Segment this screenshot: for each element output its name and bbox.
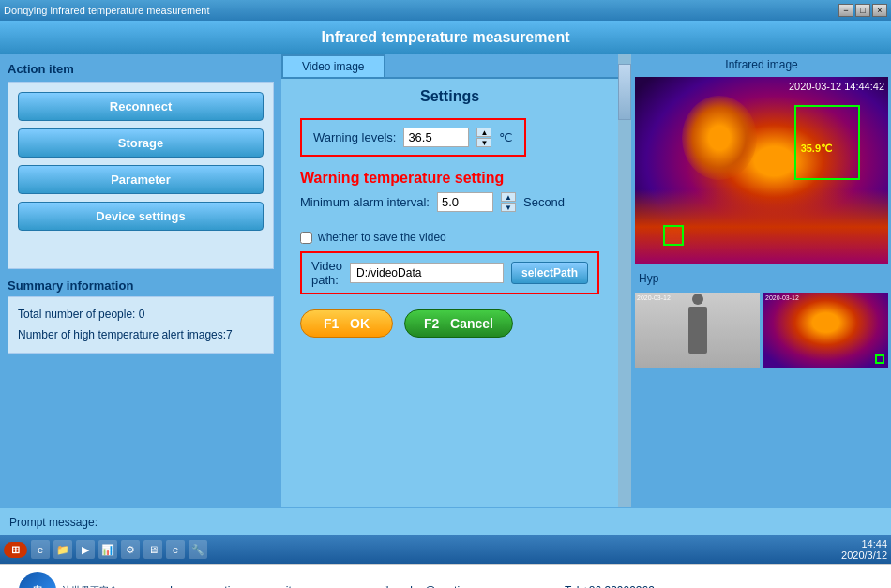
device-settings-button[interactable]: Device settings <box>18 202 264 231</box>
warning-unit: ℃ <box>499 130 513 144</box>
silhouette-head <box>692 294 703 305</box>
prompt-bar: Prompt message: <box>0 507 891 535</box>
summary-box: Total number of people: 0 Number of high… <box>8 296 274 354</box>
save-video-label: whether to save the video <box>318 231 446 244</box>
taskbar-folder-icon[interactable]: 📁 <box>53 540 72 559</box>
select-path-button[interactable]: selectPath <box>511 262 588 284</box>
clock-date: 2020/3/12 <box>841 550 887 561</box>
title-bar-text: Donqying infrared temperature measuremen… <box>4 5 210 16</box>
footer-website: web:www.eastimagesecurity.com <box>156 584 321 589</box>
start-button[interactable]: ⊞ <box>4 542 27 558</box>
alert-images: Number of high temperature alert images:… <box>18 325 264 346</box>
path-input[interactable] <box>350 263 504 283</box>
hyp-label: Hyp <box>635 268 888 289</box>
interval-spinner: ▲ ▼ <box>501 192 516 212</box>
warning-levels-label: Warning levels: <box>313 130 396 144</box>
maximize-button[interactable]: □ <box>855 4 870 17</box>
tab-video-image[interactable]: Video image <box>281 54 385 77</box>
f1-ok-button[interactable]: F1 OK <box>300 309 393 338</box>
thumb-right: 2020-03-12 <box>763 293 888 368</box>
ir-tab-label: Infrared image <box>635 58 888 73</box>
thumb-right-img <box>763 293 888 368</box>
total-people: Total number of people: 0 <box>18 305 264 325</box>
right-panel: Infrared image 2020-03-12 14:44:42 35.9℃ <box>631 54 891 507</box>
thumb-left-img <box>635 293 760 368</box>
ir-head <box>682 96 757 180</box>
taskbar-extra-icon[interactable]: 🔧 <box>189 540 207 559</box>
footer-logo-icon: 安 <box>19 572 56 589</box>
f1-label: F1 <box>324 316 339 331</box>
thumb-left: 2020-03-12 <box>635 293 760 368</box>
thumb-rect <box>875 354 884 364</box>
interval-spinner-down[interactable]: ▼ <box>501 203 516 212</box>
interval-row: Minimum alarm interval: ▲ ▼ Second <box>300 192 599 212</box>
summary-label: Summary information <box>8 279 274 293</box>
settings-title: Settings <box>300 88 599 105</box>
footer-phone: Tel:+86 33909363 <box>565 584 655 589</box>
small-detection-rect <box>663 225 684 246</box>
action-footer-btns: F1 OK F2 Cancel <box>300 309 599 338</box>
center-content: Video image Settings Warning levels: ▲ ▼… <box>281 54 891 507</box>
ok-label: OK <box>350 316 370 331</box>
warning-levels-box: Warning levels: ▲ ▼ ℃ <box>300 118 526 157</box>
warning-spinner: ▲ ▼ <box>476 128 491 147</box>
path-label: Video path: <box>311 259 342 287</box>
video-path-box: Video path: selectPath <box>300 251 599 294</box>
taskbar-ie-icon[interactable]: e <box>31 540 50 559</box>
taskbar-display-icon[interactable]: 🖥 <box>143 540 162 559</box>
warning-levels-input[interactable] <box>403 128 469 147</box>
app-header: Infrared temperature measurement <box>0 21 891 54</box>
close-button[interactable]: × <box>872 4 887 17</box>
interval-spinner-up[interactable]: ▲ <box>501 192 516 202</box>
taskbar-clock: 14:44 2020/3/12 <box>841 538 887 561</box>
title-bar: Donqying infrared temperature measuremen… <box>0 0 891 21</box>
thumb-right-label: 2020-03-12 <box>765 294 799 301</box>
cancel-label: Cancel <box>450 316 493 331</box>
taskbar: ⊞ e 📁 ▶ 📊 ⚙ 🖥 e 🔧 14:44 2020/3/12 <box>0 535 891 564</box>
ir-person-image <box>635 77 888 264</box>
save-video-row: whether to save the video <box>300 231 599 244</box>
interval-input[interactable] <box>437 192 493 212</box>
action-buttons-container: Reconnect Storage Parameter Device setti… <box>8 82 274 269</box>
thumb-left-label: 2020-03-12 <box>637 294 671 301</box>
app-body: Action item Reconnect Storage Parameter … <box>0 54 891 507</box>
parameter-button[interactable]: Parameter <box>18 165 264 194</box>
storage-button[interactable]: Storage <box>18 128 264 158</box>
warning-spinner-up[interactable]: ▲ <box>476 128 491 137</box>
ir-image-container: 2020-03-12 14:44:42 35.9℃ <box>635 77 888 264</box>
taskbar-media-icon[interactable]: ▶ <box>76 540 95 559</box>
taskbar-ie2-icon[interactable]: e <box>166 540 185 559</box>
interval-unit: Second <box>523 195 565 209</box>
app-title: Infrared temperature measurement <box>322 29 570 46</box>
prompt-label: Prompt message: <box>9 516 98 529</box>
ir-timestamp: 2020-03-12 14:44:42 <box>789 81 884 92</box>
warning-temp-title: Warning temperature setting <box>300 170 599 187</box>
thumbnail-row: 2020-03-12 2020-03-12 <box>635 293 888 368</box>
ir-temp-reading: 35.9℃ <box>801 143 832 155</box>
reconnect-button[interactable]: Reconnect <box>18 92 264 121</box>
title-bar-controls: − □ × <box>838 4 887 17</box>
taskbar-app-icon[interactable]: 📊 <box>98 540 117 559</box>
footer-logo-text: 让世界更安全 <box>62 584 118 589</box>
left-panel: Action item Reconnect Storage Parameter … <box>0 54 281 507</box>
video-tabs: Video image <box>281 54 618 79</box>
interval-label: Minimum alarm interval: <box>300 195 430 209</box>
warning-spinner-down[interactable]: ▼ <box>476 138 491 147</box>
summary-section: Summary information Total number of peop… <box>8 279 274 354</box>
settings-panel: Settings Warning levels: ▲ ▼ ℃ Warning t… <box>281 79 618 507</box>
footer: 安 让世界更安全 web:www.eastimagesecurity.com e… <box>0 564 891 588</box>
f2-cancel-button[interactable]: F2 Cancel <box>404 309 513 338</box>
f2-label: F2 <box>424 316 439 331</box>
clock-time: 14:44 <box>841 538 887 550</box>
minimize-button[interactable]: − <box>838 4 853 17</box>
footer-email: e-mail : sales@eastimage.com.cn <box>358 584 527 589</box>
silhouette <box>688 307 707 354</box>
scrollbar[interactable] <box>618 54 631 507</box>
scroll-thumb[interactable] <box>618 64 631 120</box>
action-item-label: Action item <box>8 62 274 76</box>
footer-logo: 安 让世界更安全 <box>19 572 118 589</box>
save-video-checkbox[interactable] <box>300 232 312 244</box>
center-panel: Video image Settings Warning levels: ▲ ▼… <box>281 54 618 507</box>
taskbar-settings-icon[interactable]: ⚙ <box>121 540 140 559</box>
